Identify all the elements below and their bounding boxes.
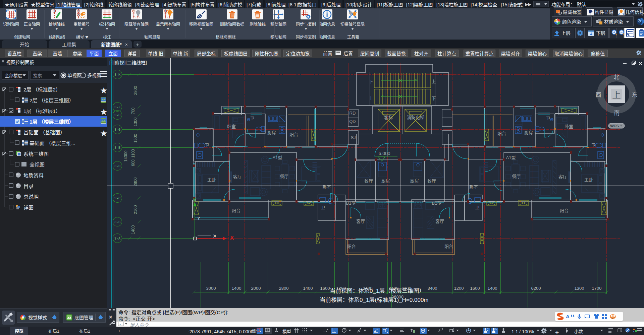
svg-text:下: 下 bbox=[431, 95, 436, 101]
svg-text:主卧: 主卧 bbox=[207, 176, 216, 183]
svg-text:3-G: 3-G bbox=[114, 128, 120, 132]
svg-text:单视图: 单视图 bbox=[67, 72, 82, 78]
svg-text:6200: 6200 bbox=[531, 286, 541, 291]
svg-text:1: 1 bbox=[165, 9, 166, 13]
svg-text:东: 东 bbox=[632, 90, 638, 98]
svg-text:客厅: 客厅 bbox=[558, 173, 567, 180]
svg-text:餐厅: 餐厅 bbox=[512, 173, 521, 179]
svg-text:卧室: 卧室 bbox=[469, 184, 478, 190]
svg-text:700: 700 bbox=[131, 108, 136, 114]
svg-text:消防电梯: 消防电梯 bbox=[407, 114, 424, 120]
svg-text:上: 上 bbox=[431, 78, 436, 84]
svg-text:3400: 3400 bbox=[428, 286, 437, 291]
svg-text:阳台: 阳台 bbox=[560, 207, 569, 213]
svg-text:主卧: 主卧 bbox=[584, 176, 593, 183]
svg-text:客厅: 客厅 bbox=[233, 173, 242, 180]
svg-text:2800: 2800 bbox=[133, 86, 138, 95]
svg-text:Y: Y bbox=[193, 195, 196, 202]
svg-text:北: 北 bbox=[614, 72, 620, 81]
svg-text:B1型: B1型 bbox=[432, 200, 442, 206]
svg-text:2000: 2000 bbox=[251, 286, 261, 291]
svg-text:卫: 卫 bbox=[475, 204, 479, 210]
svg-text:Y: Y bbox=[197, 215, 200, 221]
svg-text:2100: 2100 bbox=[133, 205, 138, 214]
svg-text:A1型: A1型 bbox=[273, 154, 282, 160]
svg-text:厨房: 厨房 bbox=[267, 129, 276, 135]
svg-text:客厅: 客厅 bbox=[435, 218, 444, 224]
svg-text:下: 下 bbox=[369, 78, 373, 84]
svg-text:3-A: 3-A bbox=[114, 237, 120, 241]
svg-text:1500: 1500 bbox=[133, 134, 138, 143]
svg-text:14300: 14300 bbox=[123, 150, 128, 162]
svg-text:阳台: 阳台 bbox=[232, 207, 240, 213]
svg-text:1: 1 bbox=[54, 9, 55, 13]
svg-text:3-E: 3-E bbox=[114, 146, 120, 150]
svg-text:阳台: 阳台 bbox=[444, 243, 453, 249]
svg-text:3000: 3000 bbox=[206, 286, 216, 291]
svg-text:厨房: 厨房 bbox=[410, 177, 419, 184]
svg-text:X: X bbox=[230, 233, 234, 242]
svg-text:RD: RD bbox=[350, 110, 356, 116]
svg-text:客梯: 客梯 bbox=[384, 114, 393, 120]
svg-text:QD: QD bbox=[349, 118, 356, 124]
svg-text:卧室: 卧室 bbox=[322, 184, 331, 190]
svg-text:南: 南 bbox=[614, 108, 620, 117]
svg-text:卫: 卫 bbox=[546, 115, 550, 121]
svg-text:3-C: 3-C bbox=[114, 197, 120, 200]
svg-text:1100: 1100 bbox=[131, 149, 136, 158]
svg-text:6.000: 6.000 bbox=[378, 150, 390, 156]
svg-text:餐厅: 餐厅 bbox=[364, 178, 373, 184]
svg-text:当前视图：体系0_1层（楼层三维图）: 当前视图：体系0_1层（楼层三维图） bbox=[330, 286, 425, 294]
svg-text:A1型: A1型 bbox=[506, 154, 516, 160]
svg-text:1400: 1400 bbox=[488, 286, 497, 291]
svg-text:WCS: WCS bbox=[610, 123, 619, 128]
svg-text:1600: 1600 bbox=[320, 286, 330, 291]
svg-text:1300: 1300 bbox=[133, 117, 138, 126]
svg-text:上: 上 bbox=[369, 95, 373, 101]
svg-text:1: 1 bbox=[78, 9, 79, 13]
svg-text:多视图: 多视图 bbox=[87, 72, 101, 78]
svg-text:3-K: 3-K bbox=[114, 73, 120, 77]
svg-text:3-B: 3-B bbox=[114, 220, 120, 224]
svg-text:1300: 1300 bbox=[575, 286, 584, 291]
svg-text:卧室: 卧室 bbox=[565, 123, 573, 129]
svg-text:阳台: 阳台 bbox=[289, 131, 298, 137]
svg-text:3-H: 3-H bbox=[114, 114, 120, 117]
svg-text:1700: 1700 bbox=[592, 286, 602, 291]
svg-text:[-][俯视][二维线框]: [-][俯视][二维线框] bbox=[109, 59, 147, 66]
svg-text:阳台: 阳台 bbox=[497, 130, 506, 136]
svg-text:厨房: 厨房 bbox=[381, 177, 390, 184]
svg-text:餐厅: 餐厅 bbox=[280, 173, 288, 179]
svg-text:1400: 1400 bbox=[232, 286, 241, 291]
svg-text:1600: 1600 bbox=[470, 286, 480, 291]
svg-text:A: A bbox=[566, 313, 570, 320]
svg-text:3-J: 3-J bbox=[114, 106, 120, 109]
svg-text:厨房: 厨房 bbox=[524, 129, 533, 135]
svg-text:餐厅: 餐厅 bbox=[427, 178, 436, 184]
svg-text:600: 600 bbox=[131, 159, 136, 166]
svg-text:卫: 卫 bbox=[591, 142, 595, 148]
svg-text:3-D: 3-D bbox=[114, 164, 120, 168]
svg-text:卫: 卫 bbox=[205, 142, 209, 148]
svg-text:卧室: 卧室 bbox=[227, 123, 236, 129]
svg-text:卫: 卫 bbox=[321, 204, 325, 210]
svg-text:客厅: 客厅 bbox=[356, 218, 365, 224]
svg-text:B1型: B1型 bbox=[346, 200, 356, 206]
svg-text:阳台: 阳台 bbox=[347, 243, 356, 249]
svg-text:当前楼层：体系0_1层(标准层1)_H=0.000m: 当前楼层：体系0_1层(标准层1)_H=0.000m bbox=[320, 295, 429, 304]
svg-text:西: 西 bbox=[596, 90, 601, 98]
svg-text:1400: 1400 bbox=[131, 225, 136, 234]
svg-text:上: 上 bbox=[612, 88, 621, 100]
svg-text:2800: 2800 bbox=[279, 286, 289, 291]
svg-text:1400: 1400 bbox=[303, 286, 313, 291]
svg-text:✕: ✕ bbox=[213, 232, 217, 239]
svg-text:卫: 卫 bbox=[250, 115, 254, 121]
svg-text:1200: 1200 bbox=[454, 286, 464, 291]
svg-text:1: 1 bbox=[133, 9, 135, 13]
svg-text:2800: 2800 bbox=[133, 177, 138, 186]
svg-text:SJ: SJ bbox=[351, 134, 356, 140]
